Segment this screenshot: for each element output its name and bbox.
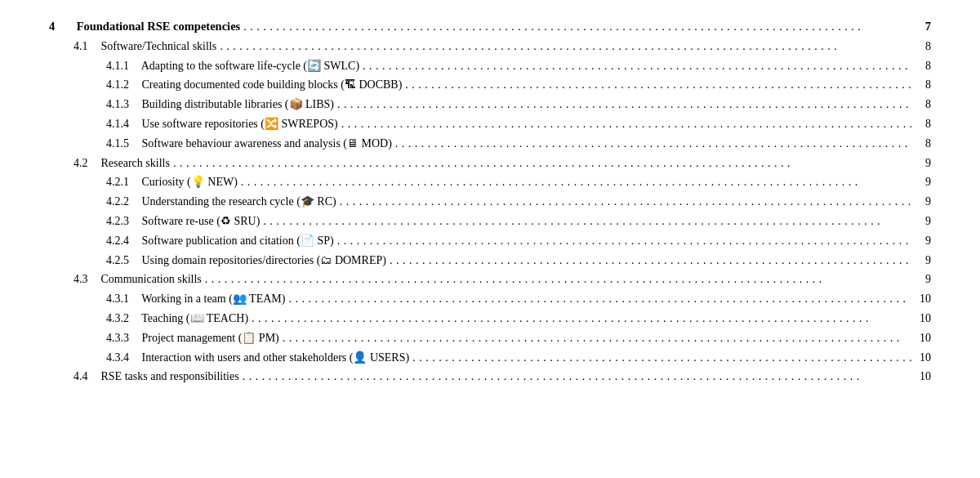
toc-dots-6: . . . . . . . . . . . . . . . . . . . . … [395,134,911,154]
toc-number-5: 4.1.4 [49,114,139,134]
toc-label-1: Software/Technical skills [98,37,216,56]
toc-dots-10: . . . . . . . . . . . . . . . . . . . . … [263,212,911,231]
toc-dots-0: . . . . . . . . . . . . . . . . . . . . … [243,17,911,37]
toc-page-18: 10 [915,367,931,386]
toc-row-13: 4.3 Communication skills . . . . . . . .… [49,270,931,289]
toc-number-4: 4.1.3 [49,95,139,114]
toc-label-11: Software publication and citation (📄 SP) [139,231,334,251]
toc-page-5: 8 [915,114,931,134]
toc-row-17: 4.3.4 Interaction with users and other s… [49,348,931,368]
toc-label-5: Use software repositories (🔀 SWREPOS) [139,114,338,134]
toc-label-17: Interaction with users and other stakeho… [139,348,409,368]
toc-label-4: Building distributable libraries (📦 LIBS… [139,95,334,114]
toc-page-10: 9 [915,212,931,231]
toc-row-16: 4.3.3 Project management (📋 PM) . . . . … [49,328,931,348]
toc-label-15: Teaching (📖 TEACH) [139,309,248,328]
toc-dots-8: . . . . . . . . . . . . . . . . . . . . … [241,172,911,192]
toc-row-8: 4.2.1 Curiosity (💡 NEW) . . . . . . . . … [49,172,931,192]
toc-page-8: 9 [915,172,931,192]
toc-row-14: 4.3.1 Working in a team (👥 TEAM) . . . .… [49,289,931,309]
toc-row-0: 4 Foundational RSE competencies . . . . … [49,16,931,37]
toc-row-7: 4.2 Research skills . . . . . . . . . . … [49,154,931,173]
toc-number-18: 4.4 [49,367,98,386]
toc-label-2: Adapting to the software life-cycle (🔄 S… [139,56,359,76]
toc-label-3: Creating documented code building blocks… [139,75,402,95]
toc-page-4: 8 [915,95,931,114]
toc-number-17: 4.3.4 [49,348,139,368]
toc-label-10: Software re-use (♻ SRU) [139,212,260,231]
toc-label-8: Curiosity (💡 NEW) [139,172,238,192]
toc-dots-4: . . . . . . . . . . . . . . . . . . . . … [337,95,911,114]
toc-dots-7: . . . . . . . . . . . . . . . . . . . . … [173,154,911,173]
toc-label-9: Understanding the research cycle (🎓 RC) [139,192,336,212]
toc-page-7: 9 [915,154,931,173]
toc-page-9: 9 [915,192,931,212]
toc-page-2: 8 [915,56,931,76]
toc-label-16: Project management (📋 PM) [139,328,279,348]
toc-row-3: 4.1.2 Creating documented code building … [49,75,931,95]
toc-page-12: 9 [915,251,931,270]
toc-page-0: 7 [915,16,931,37]
toc-number-10: 4.2.3 [49,212,139,231]
toc-label-6: Software behaviour awareness and analysi… [139,134,392,154]
toc-page-17: 10 [915,348,931,368]
toc-row-10: 4.2.3 Software re-use (♻ SRU) . . . . . … [49,212,931,231]
toc-number-0: 4 [49,16,74,37]
toc-number-13: 4.3 [49,270,98,289]
toc-page-6: 8 [915,134,931,154]
toc-number-6: 4.1.5 [49,134,139,154]
toc-row-6: 4.1.5 Software behaviour awareness and a… [49,134,931,154]
toc-dots-18: . . . . . . . . . . . . . . . . . . . . … [243,367,911,386]
toc-number-8: 4.2.1 [49,172,139,192]
toc-row-11: 4.2.4 Software publication and citation … [49,231,931,251]
toc-number-3: 4.1.2 [49,75,139,95]
toc-dots-1: . . . . . . . . . . . . . . . . . . . . … [220,37,911,56]
toc-dots-5: . . . . . . . . . . . . . . . . . . . . … [341,114,911,134]
toc-label-0: Foundational RSE competencies [74,16,240,37]
toc-page-15: 10 [915,309,931,328]
toc-dots-11: . . . . . . . . . . . . . . . . . . . . … [337,231,911,251]
toc-page-13: 9 [915,270,931,289]
toc-container: 4 Foundational RSE competencies . . . . … [49,16,931,386]
toc-label-7: Research skills [98,154,170,173]
toc-dots-15: . . . . . . . . . . . . . . . . . . . . … [252,309,911,328]
toc-page-3: 8 [915,75,931,95]
toc-dots-13: . . . . . . . . . . . . . . . . . . . . … [205,270,911,289]
toc-row-2: 4.1.1 Adapting to the software life-cycl… [49,56,931,76]
toc-number-2: 4.1.1 [49,56,139,76]
toc-row-1: 4.1 Software/Technical skills . . . . . … [49,37,931,56]
toc-row-18: 4.4 RSE tasks and responsibilities . . .… [49,367,931,386]
toc-row-4: 4.1.3 Building distributable libraries (… [49,95,931,114]
toc-row-9: 4.2.2 Understanding the research cycle (… [49,192,931,212]
toc-number-1: 4.1 [49,37,98,56]
toc-number-14: 4.3.1 [49,289,139,309]
toc-number-7: 4.2 [49,154,98,173]
toc-row-5: 4.1.4 Use software repositories (🔀 SWREP… [49,114,931,134]
toc-page-1: 8 [915,37,931,56]
toc-dots-9: . . . . . . . . . . . . . . . . . . . . … [340,192,911,212]
toc-dots-2: . . . . . . . . . . . . . . . . . . . . … [363,56,911,76]
toc-number-9: 4.2.2 [49,192,139,212]
toc-number-12: 4.2.5 [49,251,139,270]
toc-page-11: 9 [915,231,931,251]
toc-number-16: 4.3.3 [49,328,139,348]
toc-row-12: 4.2.5 Using domain repositories/director… [49,251,931,270]
toc-label-14: Working in a team (👥 TEAM) [139,289,285,309]
toc-dots-3: . . . . . . . . . . . . . . . . . . . . … [405,75,911,95]
toc-row-15: 4.3.2 Teaching (📖 TEACH) . . . . . . . .… [49,309,931,328]
toc-label-12: Using domain repositories/directories (🗂… [139,251,386,270]
toc-number-15: 4.3.2 [49,309,139,328]
toc-dots-14: . . . . . . . . . . . . . . . . . . . . … [288,289,911,309]
toc-dots-16: . . . . . . . . . . . . . . . . . . . . … [283,328,911,348]
toc-label-18: RSE tasks and responsibilities [98,367,239,386]
toc-dots-17: . . . . . . . . . . . . . . . . . . . . … [412,348,911,368]
toc-dots-12: . . . . . . . . . . . . . . . . . . . . … [390,251,911,270]
toc-page-16: 10 [915,328,931,348]
toc-number-11: 4.2.4 [49,231,139,251]
toc-label-13: Communication skills [98,270,202,289]
toc-page-14: 10 [915,289,931,309]
